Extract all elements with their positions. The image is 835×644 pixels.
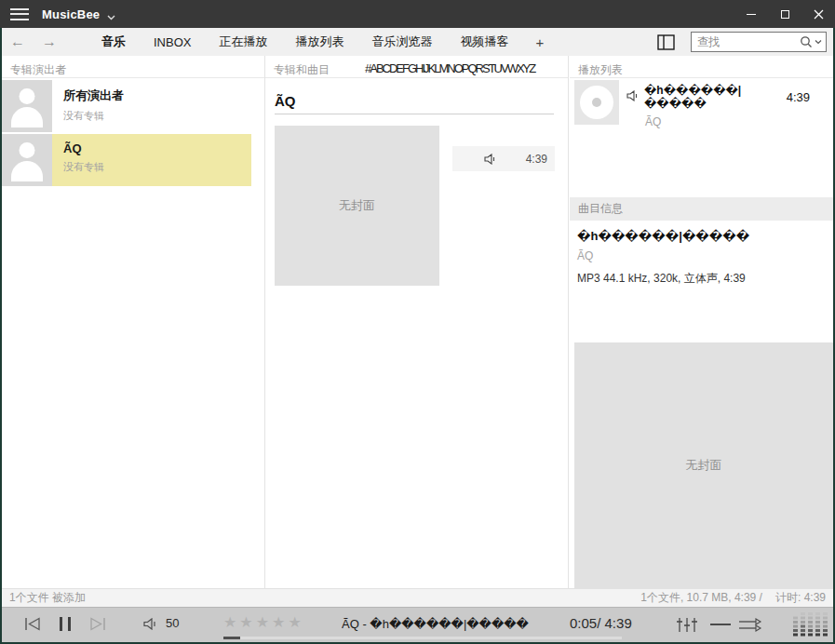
track-duration: 4:39 (526, 153, 547, 166)
chevron-down-icon[interactable] (107, 7, 115, 24)
album-cover-placeholder: 无封面 (275, 126, 439, 286)
track-info-format: MP3 44.1 kHz, 320k, 立体声, 4:39 (577, 271, 746, 287)
next-track-button[interactable] (89, 617, 106, 631)
playlist-header: 播放列表 (570, 56, 833, 78)
track-info-artist: ÃQ (577, 249, 593, 262)
album-artist-header: 专辑演出者 (2, 56, 264, 78)
pause-button[interactable] (60, 617, 71, 631)
rating-stars[interactable]: ★★★★★ (223, 613, 304, 631)
seek-bar[interactable] (223, 637, 622, 639)
search-input[interactable] (692, 35, 800, 48)
albums-tracks-header: 专辑和曲目 (265, 56, 330, 78)
playing-track-title: �h������|����� (644, 84, 787, 110)
track-info-title: �h������|����� (577, 229, 749, 243)
window-frame: ← → 音乐 INBOX 正在播放 播放列表 音乐浏览器 视频播客 + (0, 28, 835, 644)
cd-icon (574, 80, 619, 125)
artist-divider (275, 114, 554, 114)
tab-video-podcast[interactable]: 视频播客 (446, 34, 522, 50)
volume-value[interactable]: 50 (166, 616, 179, 630)
playing-track-artist: ÃQ (645, 115, 833, 128)
tab-bar: ← → 音乐 INBOX 正在播放 播放列表 音乐浏览器 视频播客 + (2, 28, 833, 56)
back-button[interactable]: ← (2, 34, 34, 50)
forward-button[interactable]: → (34, 34, 65, 50)
status-summary: 1个文件, 10.7 MB, 4:39 / (640, 590, 762, 606)
musicbee-window: MusicBee ← → 音乐 INBOX 正在播放 播放列表 音乐浏览器 视频… (0, 0, 835, 644)
track-row[interactable]: 4:39 (452, 146, 555, 171)
minimize-player-icon[interactable] (710, 624, 731, 625)
playing-track-duration: 4:39 (787, 90, 810, 104)
albums-tracks-panel: 专辑和曲目 #ABCDEFGHIJKLMNOPQRSTUVWXYZ ÃQ 无封面… (264, 56, 569, 588)
window-controls (734, 0, 835, 28)
artist-name: 所有演出者 (63, 87, 124, 104)
now-playing-speaker-icon (484, 154, 496, 165)
shuffle-icon[interactable] (738, 618, 762, 632)
status-timer: 计时: 4:39 (775, 590, 826, 606)
search-box (691, 32, 827, 52)
tab-playlists[interactable]: 播放列表 (281, 34, 357, 50)
artist-name: ÃQ (63, 141, 104, 155)
status-bar: 1个文件 被添加 1个文件, 10.7 MB, 4:39 / 计时: 4:39 (2, 588, 833, 607)
volume-icon[interactable] (143, 618, 157, 630)
panel-layout-icon[interactable] (657, 34, 675, 50)
artist-title: ÃQ (275, 93, 296, 109)
hamburger-menu-icon[interactable] (10, 8, 29, 20)
minimize-button[interactable] (734, 0, 768, 28)
player-time: 0:05/ 4:39 (570, 615, 632, 631)
track-info-header: 曲目信息 (570, 197, 833, 221)
list-item-artist-selected[interactable]: ÃQ 没有专辑 (2, 134, 251, 186)
app-title[interactable]: MusicBee (42, 7, 100, 21)
tab-now-playing[interactable]: 正在播放 (205, 34, 281, 50)
title-bar: MusicBee (0, 0, 835, 28)
equalizer-icon[interactable] (677, 617, 697, 633)
alphabet-jump-bar[interactable]: #ABCDEFGHIJKLMNOPQRSTUVWXYZ (365, 56, 534, 75)
player-bar: 50 ★★★★★ ÃQ - �h������|����� 0:05/ 4:39 (2, 607, 833, 642)
large-cover-placeholder: 无封面 (574, 342, 833, 588)
previous-track-button[interactable] (24, 617, 41, 631)
spectrum-meter-icon[interactable] (793, 612, 828, 638)
search-icon[interactable] (800, 35, 813, 48)
now-playing-speaker-icon (626, 88, 639, 105)
status-left: 1个文件 被添加 (9, 590, 86, 606)
tab-music-explorer[interactable]: 音乐浏览器 (357, 34, 446, 50)
maximize-button[interactable] (768, 0, 801, 28)
main-area: 专辑演出者 所有演出者 没有专辑 ÃQ 没有专辑 (2, 56, 833, 588)
search-options-chevron-icon[interactable] (815, 39, 822, 45)
seek-bar-fill (223, 637, 240, 639)
close-button[interactable] (801, 0, 835, 28)
artist-sub: 没有专辑 (63, 160, 104, 174)
add-tab-button[interactable]: + (522, 34, 557, 50)
tab-music[interactable]: 音乐 (88, 34, 140, 50)
playing-panel: 播放列表 �h������|����� 4:39 ÃQ (570, 56, 833, 588)
artist-avatar (2, 134, 52, 186)
artist-avatar (2, 80, 52, 132)
list-item-all-artists[interactable]: 所有演出者 没有专辑 (2, 80, 251, 132)
playlist-item[interactable]: �h������|����� 4:39 ÃQ (574, 80, 833, 128)
artist-sub: 没有专辑 (63, 109, 124, 123)
album-artist-panel: 专辑演出者 所有演出者 没有专辑 ÃQ 没有专辑 (2, 56, 264, 588)
tab-inbox[interactable]: INBOX (140, 35, 205, 49)
